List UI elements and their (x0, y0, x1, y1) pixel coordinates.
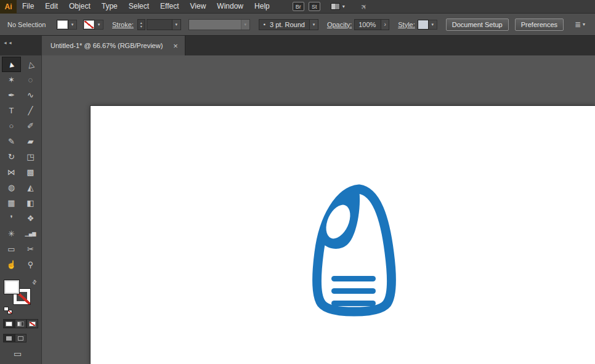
label-line-1[interactable] (331, 276, 376, 281)
magic-wand-tool[interactable]: ✶ (2, 72, 21, 87)
menu-select[interactable]: Select (123, 0, 155, 13)
gradient-icon (17, 322, 24, 326)
draw-normal-button[interactable] (3, 334, 15, 342)
toolbar-collapse-icon[interactable]: ◄◄ (3, 41, 13, 45)
fill-proxy[interactable] (4, 280, 20, 294)
blend-tool[interactable]: ❖ (21, 211, 40, 226)
chevron-down-icon: ▾ (241, 20, 249, 30)
menu-file[interactable]: File (17, 0, 39, 13)
blend-icon: ❖ (27, 214, 34, 223)
pencil-icon: ✎ (8, 137, 15, 146)
direct-selection-tool[interactable]: △ (21, 57, 40, 72)
line-segment-tool[interactable]: ╱ (21, 103, 40, 118)
opacity-input[interactable]: 100% (354, 19, 381, 30)
bridge-button[interactable]: Br (293, 2, 304, 11)
canvas-pasteboard[interactable] (42, 55, 595, 364)
pencil-tool[interactable]: ✎ (2, 134, 21, 149)
none-button[interactable] (26, 319, 38, 328)
gradient-tool[interactable]: ◧ (21, 195, 40, 211)
lasso-tool[interactable]: ◌ (21, 72, 40, 87)
document-tab[interactable]: Untitled-1* @ 66.67% (RGB/Preview) × (42, 36, 185, 55)
lasso-icon: ◌ (28, 75, 33, 84)
menu-window[interactable]: Window (211, 0, 249, 13)
draw-behind-button[interactable] (15, 334, 26, 342)
type-tool[interactable]: T (2, 103, 21, 118)
curvature-tool[interactable]: ∿ (21, 87, 40, 103)
opacity-label[interactable]: Opacity: (327, 21, 352, 28)
menu-type[interactable]: Type (96, 0, 123, 13)
stroke-label[interactable]: Stroke: (112, 21, 134, 28)
column-graph-icon: ▁▄▆ (25, 231, 36, 237)
hand-tool[interactable]: ☝ (2, 257, 21, 272)
gpu-performance-icon[interactable]: ✈ (358, 1, 369, 12)
selection-tool[interactable]: ▲ (2, 57, 21, 72)
swap-fill-stroke-icon[interactable]: ⇄ (31, 278, 38, 286)
color-icon (6, 322, 12, 326)
workspace-grid-icon (331, 3, 340, 10)
workspace-switcher[interactable]: ▾ (331, 3, 345, 10)
chevron-down-icon[interactable]: ▾ (172, 20, 180, 30)
chevron-down-icon[interactable]: ▾ (68, 20, 77, 30)
style-label[interactable]: Style: (398, 21, 415, 28)
chevron-down-icon[interactable]: ▾ (309, 20, 318, 30)
scale-tool[interactable]: ◳ (21, 149, 40, 164)
label-line-2[interactable] (331, 288, 376, 294)
document-tab-bar: ◄◄ Untitled-1* @ 66.67% (RGB/Preview) × (0, 36, 595, 55)
preferences-button[interactable]: Preferences (515, 18, 564, 31)
stepper-down-icon[interactable]: ▾ (140, 25, 142, 28)
fill-color-picker[interactable]: ▾ (57, 20, 77, 30)
stock-button[interactable]: St (309, 2, 320, 11)
scale-icon: ◳ (26, 152, 34, 161)
stroke-width-combo[interactable]: ▾ (147, 19, 181, 30)
chevron-down-icon[interactable]: ▾ (429, 20, 437, 30)
zoom-tool[interactable]: ⚲ (21, 257, 40, 272)
fill-swatch[interactable] (57, 20, 68, 30)
style-swatch[interactable] (418, 20, 429, 30)
eraser-tool[interactable]: ▰ (21, 134, 40, 149)
label-line-3[interactable] (331, 301, 376, 306)
pen-icon: ✒ (8, 91, 15, 100)
draw-normal-icon (6, 336, 12, 341)
menu-view[interactable]: View (185, 0, 212, 13)
screen-mode-button[interactable]: ▭ (14, 349, 22, 358)
menu-edit[interactable]: Edit (39, 0, 63, 13)
paintbrush-tool[interactable]: ✐ (21, 118, 40, 134)
bottle-logo-artwork[interactable] (305, 184, 403, 322)
gradient-button[interactable] (15, 319, 26, 328)
artboard-tool[interactable]: ▭ (2, 241, 21, 257)
document-setup-button[interactable]: Document Setup (446, 18, 509, 31)
artboard-icon: ▭ (7, 245, 15, 254)
none-icon (29, 322, 36, 326)
stroke-none-swatch[interactable] (83, 20, 95, 30)
mesh-tool[interactable]: ▦ (2, 195, 21, 211)
rotate-tool[interactable]: ↻ (2, 149, 21, 164)
default-fill-stroke-icon[interactable] (4, 307, 14, 315)
shape-builder-tool[interactable]: ◍ (2, 180, 21, 195)
zoom-icon: ⚲ (28, 260, 34, 269)
tab-close-icon[interactable]: × (169, 41, 182, 51)
opacity-panel-arrow[interactable]: › (381, 19, 389, 30)
selection-status: No Selection (7, 21, 48, 28)
width-tool[interactable]: ⋈ (2, 164, 21, 180)
menu-effect[interactable]: Effect (155, 0, 184, 13)
app-logo: Ai (0, 0, 17, 14)
menu-help[interactable]: Help (249, 0, 275, 13)
brush-definition-dropdown[interactable]: • 3 pt. Round ▾ (259, 19, 318, 30)
pen-tool[interactable]: ✒ (2, 87, 21, 103)
symbol-sprayer-tool[interactable]: ✳ (2, 226, 21, 241)
column-graph-tool[interactable]: ▁▄▆ (21, 226, 40, 241)
arrange-documents-button[interactable]: ≣ ▾ (575, 20, 585, 29)
width-icon: ⋈ (7, 168, 15, 177)
gradient-icon: ◧ (26, 198, 34, 208)
perspective-grid-tool[interactable]: ◭ (21, 180, 40, 195)
color-button[interactable] (3, 319, 15, 328)
eyedropper-tool[interactable]: ❜ (2, 211, 21, 226)
menu-object[interactable]: Object (63, 0, 96, 13)
free-transform-tool[interactable]: ▩ (21, 164, 40, 180)
ellipse-tool[interactable]: ○ (2, 118, 21, 134)
chevron-down-icon[interactable]: ▾ (95, 20, 103, 30)
slice-tool[interactable]: ✂ (21, 241, 40, 257)
stroke-color-picker[interactable]: ▾ (83, 20, 103, 30)
style-picker[interactable]: ▾ (418, 20, 437, 30)
stroke-width-stepper[interactable]: ▴ ▾ (137, 19, 145, 30)
